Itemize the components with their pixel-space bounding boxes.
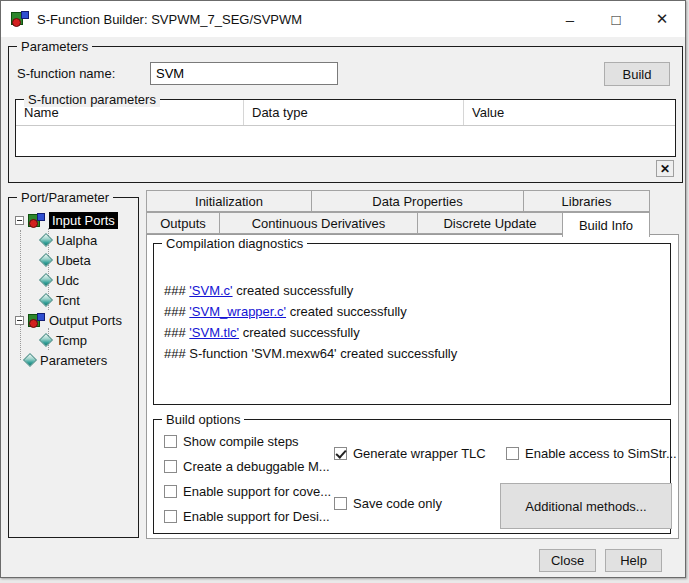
checkbox-show-compile-steps[interactable]: Show compile steps — [164, 434, 299, 449]
tree-item-tcmp[interactable]: Tcmp — [13, 330, 136, 350]
checkbox-icon[interactable] — [506, 447, 519, 460]
checkbox-icon[interactable] — [164, 510, 177, 523]
delete-parameter-button[interactable]: ✕ — [656, 160, 674, 177]
checkbox-enable-simstruct[interactable]: Enable access to SimStr... — [506, 446, 677, 461]
checkbox-icon[interactable] — [334, 497, 347, 510]
column-header-datatype[interactable]: Data type — [244, 100, 464, 125]
diagnostic-line: ### S-function 'SVM.mexw64' created succ… — [164, 343, 660, 364]
diagnostic-line: ### 'SVM.tlc' created successfully — [164, 322, 660, 343]
window-title: S-Function Builder: SVPWM_7_SEG/SVPWM — [37, 12, 302, 27]
tree-item-output-ports[interactable]: Output Ports — [13, 310, 136, 330]
tree-item-tcnt[interactable]: Tcnt — [13, 290, 136, 310]
svm-wrapper-c-link[interactable]: 'SVM_wrapper.c' — [189, 304, 286, 319]
sfunction-name-label: S-function name: — [17, 66, 115, 81]
maximize-button[interactable]: □ — [593, 1, 639, 37]
tree-item-ualpha[interactable]: Ualpha — [13, 230, 136, 250]
parameters-group: Parameters S-function name: Build S-func… — [8, 46, 683, 183]
port-diamond-icon — [39, 253, 53, 267]
port-diamond-icon — [39, 273, 53, 287]
checkbox-checked-icon[interactable] — [334, 447, 347, 460]
sfunction-name-input[interactable] — [150, 62, 338, 85]
parameters-group-label: Parameters — [17, 39, 92, 54]
diagnostic-line: ### 'SVM.c' created successfully — [164, 280, 660, 301]
tab-outputs[interactable]: Outputs — [146, 212, 220, 234]
compilation-diagnostics-label: Compilation diagnostics — [162, 236, 307, 251]
input-ports-icon — [28, 213, 45, 228]
port-diamond-icon — [39, 293, 53, 307]
checkbox-icon[interactable] — [164, 460, 177, 473]
svm-c-link[interactable]: 'SVM.c' — [189, 283, 232, 298]
tab-discrete-update[interactable]: Discrete Update — [417, 212, 563, 234]
port-parameter-group-label: Port/Parameter — [17, 190, 113, 205]
checkbox-save-code-only[interactable]: Save code only — [334, 496, 442, 511]
tab-initialization[interactable]: Initialization — [146, 190, 312, 212]
tree-item-parameters[interactable]: Parameters — [13, 350, 136, 370]
sfunction-builder-window: S-Function Builder: SVPWM_7_SEG/SVPWM – … — [0, 0, 686, 578]
port-diamond-icon — [39, 233, 53, 247]
tab-data-properties[interactable]: Data Properties — [311, 190, 524, 212]
checkbox-create-debuggable[interactable]: Create a debuggable M... — [164, 459, 330, 474]
checkbox-enable-design[interactable]: Enable support for Desi... — [164, 509, 330, 524]
tree-item-ubeta[interactable]: Ubeta — [13, 250, 136, 270]
diagnostic-line: ### 'SVM_wrapper.c' created successfully — [164, 301, 660, 322]
help-button[interactable]: Help — [605, 549, 662, 572]
close-button[interactable]: Close — [539, 549, 596, 572]
tree-item-input-ports[interactable]: Input Ports — [13, 210, 136, 230]
tab-row-1: Initialization Data Properties Libraries — [146, 190, 650, 212]
tab-libraries[interactable]: Libraries — [523, 190, 650, 212]
collapse-icon[interactable] — [15, 216, 24, 225]
title-bar: S-Function Builder: SVPWM_7_SEG/SVPWM – … — [1, 1, 685, 37]
output-ports-icon — [28, 313, 45, 328]
sfunction-parameters-group-label: S-function parameters — [24, 92, 160, 107]
compilation-diagnostics-group: Compilation diagnostics ### 'SVM.c' crea… — [153, 243, 671, 405]
column-header-value[interactable]: Value — [464, 100, 675, 125]
diagnostics-output: ### 'SVM.c' created successfully ### 'SV… — [154, 244, 670, 364]
collapse-icon[interactable] — [15, 316, 24, 325]
port-diamond-icon — [39, 333, 53, 347]
tab-row-2: Outputs Continuous Derivatives Discrete … — [146, 212, 650, 234]
parameter-table-body[interactable] — [16, 126, 675, 155]
additional-methods-button[interactable]: Additional methods... — [500, 483, 672, 529]
parameters-diamond-icon — [23, 353, 37, 367]
checkbox-icon[interactable] — [164, 485, 177, 498]
build-info-pane: Compilation diagnostics ### 'SVM.c' crea… — [146, 234, 679, 539]
tab-continuous-derivatives[interactable]: Continuous Derivatives — [219, 212, 418, 234]
port-parameter-group: Port/Parameter Input Ports Ualpha Ubeta … — [8, 197, 139, 538]
tree-item-udc[interactable]: Udc — [13, 270, 136, 290]
svm-tlc-link[interactable]: 'SVM.tlc' — [189, 325, 239, 340]
tab-build-info[interactable]: Build Info — [562, 212, 650, 237]
checkbox-generate-wrapper-tlc[interactable]: Generate wrapper TLC — [334, 446, 486, 461]
port-parameter-tree: Input Ports Ualpha Ubeta Udc Tcnt Ou — [13, 210, 136, 370]
close-window-button[interactable]: ✕ — [639, 1, 685, 37]
sfunction-builder-icon — [11, 11, 29, 27]
checkbox-icon[interactable] — [164, 435, 177, 448]
build-button[interactable]: Build — [604, 62, 670, 86]
build-options-group: Build options Show compile steps Create … — [153, 419, 671, 534]
sfunction-parameters-group: S-function parameters Name Data type Val… — [15, 99, 676, 157]
build-options-label: Build options — [162, 412, 244, 427]
checkbox-enable-coverage[interactable]: Enable support for cove... — [164, 484, 331, 499]
minimize-button[interactable]: – — [547, 1, 593, 37]
